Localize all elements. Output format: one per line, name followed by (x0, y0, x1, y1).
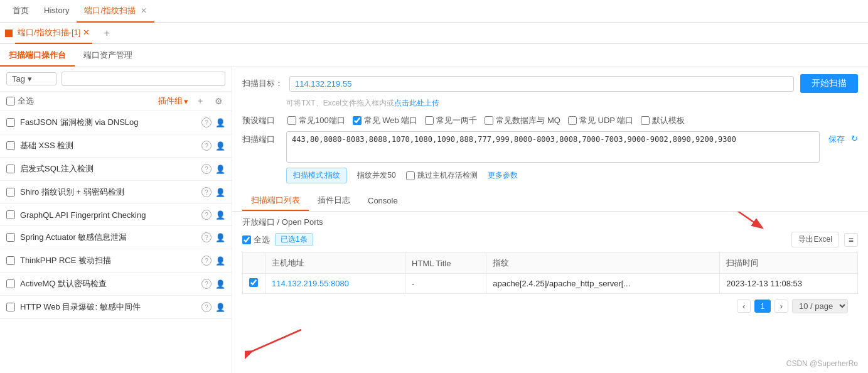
tab-port-scan[interactable]: 端口/指纹扫描 ✕ (77, 0, 154, 23)
refresh-icon[interactable]: ↻ (851, 131, 858, 143)
plugin-author-icon[interactable]: 👤 (215, 187, 225, 197)
plugin-item[interactable]: FastJSON 漏洞检测 via DNSLog ? 👤 (0, 111, 232, 134)
scan-mode-button[interactable]: 扫描模式:指纹 (286, 168, 347, 183)
plugin-checkbox[interactable] (6, 165, 15, 173)
sidebar-actions: 全选 插件组 ▾ ＋ ⚙ (0, 92, 232, 111)
plugin-item[interactable]: 启发式SQL注入检测 ? 👤 (0, 158, 232, 181)
preset-udp-checkbox[interactable] (568, 116, 577, 125)
plugin-info-icon[interactable]: ? (201, 187, 212, 197)
plugin-group-btn[interactable]: 插件组 ▾ (158, 95, 188, 107)
preset-web-label[interactable]: 常见 Web 端口 (353, 115, 418, 126)
nav-scan-console[interactable]: 扫描端口操作台 (0, 44, 75, 67)
start-scan-button[interactable]: 开始扫描 (800, 74, 858, 93)
preset-db-checkbox[interactable] (485, 116, 493, 125)
host-link[interactable]: 114.132.219.55:8080 (272, 279, 349, 288)
plugin-item[interactable]: ThinkPHP RCE 被动扫描 ? 👤 (0, 249, 232, 273)
export-excel-button[interactable]: 导出Excel (791, 232, 839, 247)
select-all-label[interactable]: 全选 (6, 95, 34, 107)
skip-check-checkbox[interactable] (406, 171, 415, 180)
plugin-info-icon[interactable]: ? (201, 141, 212, 151)
tab-home-label: 首页 (13, 5, 29, 16)
preset-100-label[interactable]: 常见100端口 (287, 115, 345, 126)
plugin-item[interactable]: Spring Actuator 敏感信息泄漏 ? 👤 (0, 226, 232, 249)
sub-tab-label: 端口/指纹扫描-[1] (18, 27, 80, 38)
preset-1k2k-checkbox[interactable] (425, 116, 434, 125)
plugin-checkbox[interactable] (6, 303, 15, 311)
plugin-checkbox[interactable] (6, 279, 15, 288)
nav-port-assets[interactable]: 端口资产管理 (75, 44, 141, 67)
inner-tab-console[interactable]: Console (359, 192, 407, 210)
skip-check-label[interactable]: 跳过主机存活检测 (406, 170, 478, 181)
preset-udp-label[interactable]: 常见 UDP 端口 (568, 115, 633, 126)
plugin-author-icon[interactable]: 👤 (215, 141, 225, 151)
plugin-checkbox[interactable] (6, 256, 15, 265)
table-select-all-label[interactable]: 全选 (242, 234, 270, 246)
plugin-item[interactable]: GraphQL API Fingerprint Checking ? 👤 (0, 204, 232, 226)
table-select-all-checkbox[interactable] (242, 235, 251, 244)
pagination: ‹ 1 › 10 / page 20 / page 50 / page (242, 294, 858, 318)
tag-label: Tag (12, 74, 25, 84)
table-menu-icon[interactable]: ≡ (844, 233, 858, 247)
plugin-item[interactable]: Shiro 指纹识别 + 弱密码检测 ? 👤 (0, 181, 232, 204)
plugin-checkbox[interactable] (6, 118, 15, 127)
tag-select[interactable]: Tag ▾ (6, 72, 56, 85)
plugin-search-input[interactable] (62, 72, 225, 86)
plugin-author-icon[interactable]: 👤 (215, 302, 225, 312)
plugin-checkbox[interactable] (6, 210, 15, 219)
add-plugin-icon[interactable]: ＋ (193, 94, 207, 108)
prev-page-button[interactable]: ‹ (737, 300, 751, 313)
plugin-author-icon[interactable]: 👤 (215, 256, 225, 266)
watermark: CSDN @SuperherRo (786, 359, 858, 368)
plugin-author-icon[interactable]: 👤 (215, 164, 225, 174)
plugin-info-icon[interactable]: ? (201, 256, 212, 266)
preset-1k2k-label[interactable]: 常见一两千 (425, 115, 477, 126)
scan-target-input[interactable] (289, 76, 794, 92)
plugin-author-icon[interactable]: 👤 (215, 117, 225, 127)
page-1-button[interactable]: 1 (754, 300, 770, 313)
page-size-select[interactable]: 10 / page 20 / page 50 / page (792, 299, 848, 313)
tag-chevron-icon: ▾ (28, 74, 32, 84)
tab-port-scan-close-icon[interactable]: ✕ (141, 6, 147, 15)
tab-home[interactable]: 首页 (5, 0, 36, 23)
right-panel: 扫描目标： 开始扫描 可将TXT、Excel文件拖入框内或点击此处上传 预设端口… (232, 67, 868, 373)
plugin-author-icon[interactable]: 👤 (215, 210, 225, 220)
concurrent-label: 指纹并发50 (357, 170, 395, 181)
plugin-checkbox[interactable] (6, 188, 15, 197)
settings-icon[interactable]: ⚙ (212, 95, 225, 107)
preset-default-checkbox[interactable] (641, 116, 650, 125)
plugin-info-icon[interactable]: ? (201, 164, 212, 174)
plugin-author-icon[interactable]: 👤 (215, 232, 225, 242)
tab-history[interactable]: History (36, 0, 77, 23)
plugin-info-icon[interactable]: ? (201, 232, 212, 242)
plugin-author-icon[interactable]: 👤 (215, 279, 225, 289)
table-row: 114.132.219.55:8080 - apache[2.4.25]/apa… (243, 274, 858, 294)
plugin-checkbox[interactable] (6, 141, 15, 150)
ports-textarea[interactable]: 443,80,8080-8083,8088,1070,1080,1090,888… (286, 131, 820, 163)
upload-link[interactable]: 点击此处上传 (394, 99, 439, 107)
select-all-checkbox[interactable] (6, 97, 15, 105)
upload-hint: 可将TXT、Excel文件拖入框内或点击此处上传 (232, 98, 868, 112)
preset-web-checkbox[interactable] (353, 116, 362, 125)
more-params-link[interactable]: 更多参数 (488, 170, 518, 181)
plugin-info-icon[interactable]: ? (201, 302, 212, 312)
row-host: 114.132.219.55:8080 (265, 274, 405, 294)
plugin-item[interactable]: HTTP Web 目录爆破: 敏感中间件 ? 👤 (0, 296, 232, 319)
preset-100-checkbox[interactable] (287, 116, 296, 125)
row-checkbox[interactable] (249, 278, 258, 287)
plugin-info-icon[interactable]: ? (201, 117, 212, 127)
col-header-host: 主机地址 (265, 253, 405, 274)
sub-tab-port-scan-1[interactable]: 端口/指纹扫描-[1] ✕ (15, 23, 92, 44)
plugin-checkbox[interactable] (6, 233, 15, 242)
preset-default-label[interactable]: 默认模板 (641, 115, 685, 126)
sub-tab-close-icon[interactable]: ✕ (83, 28, 90, 37)
preset-db-label[interactable]: 常见数据库与 MQ (485, 115, 560, 126)
plugin-item[interactable]: 基础 XSS 检测 ? 👤 (0, 134, 232, 158)
next-page-button[interactable]: › (774, 300, 788, 313)
add-sub-tab-icon[interactable]: + (101, 26, 112, 40)
inner-tab-plugins[interactable]: 插件日志 (309, 191, 359, 211)
inner-tab-ports[interactable]: 扫描端口列表 (242, 191, 309, 211)
plugin-info-icon[interactable]: ? (201, 279, 212, 289)
plugin-info-icon[interactable]: ? (201, 210, 212, 220)
plugin-item[interactable]: ActiveMQ 默认密码检查 ? 👤 (0, 273, 232, 296)
save-ports-button[interactable]: 保存 (828, 131, 845, 145)
